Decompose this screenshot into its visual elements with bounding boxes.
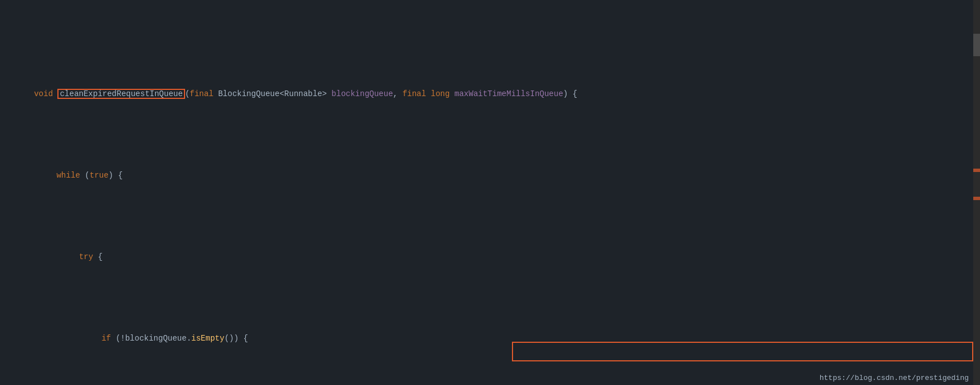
param-maxwait: maxWaitTimeMillsInQueue	[455, 89, 563, 98]
kw-long1: long	[431, 89, 455, 98]
kw-if1: if	[101, 334, 111, 343]
scrollbar-mark-1	[973, 169, 980, 172]
scrollbar[interactable]	[973, 0, 980, 385]
url-text: https://blog.csdn.net/prestigeding	[820, 374, 969, 382]
kw-while: while	[56, 171, 80, 180]
line1-end: ) {	[563, 89, 577, 98]
line2-end: ) {	[109, 171, 123, 180]
code-block: void cleanExpiredRequestInQueue(final Bl…	[0, 0, 980, 385]
code-line-4: if (!blockingQueue.isEmpty()) {	[0, 314, 980, 330]
kw-try: try	[79, 252, 93, 261]
kw-void: void	[34, 89, 57, 98]
line4-cond: (!blockingQueue.	[111, 334, 191, 343]
kw-final1: final	[190, 89, 218, 98]
line3-brace: {	[93, 252, 103, 261]
indent3	[34, 252, 79, 261]
line4-end: ()) {	[224, 334, 248, 343]
line2-rest: (	[80, 171, 89, 180]
scrollbar-thumb[interactable]	[973, 34, 980, 56]
param-bq: blockingQueue	[327, 89, 393, 98]
kw-final2: final	[402, 89, 430, 98]
type-blocking: BlockingQueue<Runnable>	[218, 89, 327, 98]
url-bar: https://blog.csdn.net/prestigeding	[820, 374, 969, 382]
code-editor: void cleanExpiredRequestInQueue(final Bl…	[0, 0, 980, 385]
method-name-highlight: cleanExpiredRequestInQueue	[57, 89, 185, 99]
indent4	[34, 334, 101, 343]
scrollbar-mark-2	[973, 197, 980, 200]
method-isempty: isEmpty	[191, 334, 224, 343]
kw-true1: true	[89, 171, 109, 180]
code-line-1: void cleanExpiredRequestInQueue(final Bl…	[0, 70, 980, 86]
code-line-3: try {	[0, 233, 980, 249]
code-line-2: while (true) {	[0, 151, 980, 167]
comma1: ,	[393, 89, 403, 98]
indent2	[34, 171, 56, 180]
